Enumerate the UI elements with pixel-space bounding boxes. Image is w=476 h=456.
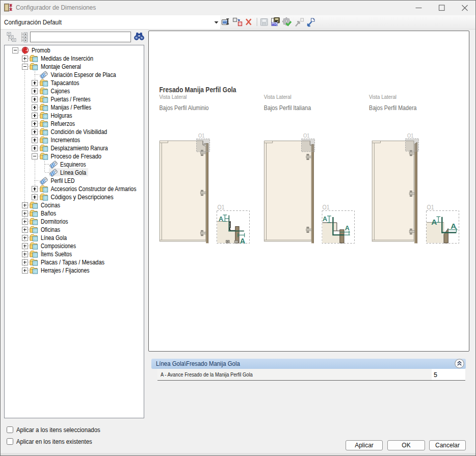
svg-text:Códigos y Descripciones: Códigos y Descripciones xyxy=(51,194,114,201)
svg-text:Tapacantos: Tapacantos xyxy=(51,79,80,87)
svg-text:Perfil LED: Perfil LED xyxy=(51,177,75,184)
svg-text:Fresado Manija Perfil Gola: Fresado Manija Perfil Gola xyxy=(160,85,237,94)
svg-text:Vista Lateral: Vista Lateral xyxy=(264,94,292,100)
svg-text:Línea Gola: Línea Gola xyxy=(41,234,67,242)
svg-text:Desplazamiento Ranura: Desplazamiento Ranura xyxy=(51,145,108,152)
svg-text:Ítems Sueltos: Ítems Sueltos xyxy=(41,250,72,258)
svg-text:A: A xyxy=(431,218,437,226)
svg-text:Esquineros: Esquineros xyxy=(60,161,86,168)
svg-text:O1: O1 xyxy=(427,204,434,211)
svg-text:A: A xyxy=(219,216,223,223)
svg-text:Variación Espesor de Placa: Variación Espesor de Placa xyxy=(51,71,116,78)
svg-text:Montaje General: Montaje General xyxy=(41,63,81,70)
svg-text:A: A xyxy=(240,237,246,245)
svg-text:Línea Gola: Línea Gola xyxy=(60,169,86,176)
svg-text:Promob: Promob xyxy=(32,47,50,54)
svg-text:Manijas / Perfiles: Manijas / Perfiles xyxy=(51,104,92,111)
svg-text:O1: O1 xyxy=(303,132,310,139)
svg-text:Bajos Perfil Aluminio: Bajos Perfil Aluminio xyxy=(160,104,209,112)
svg-text:A: A xyxy=(345,225,350,232)
svg-text:Bajos Perfil Madera: Bajos Perfil Madera xyxy=(369,104,417,112)
svg-text:Cocinas: Cocinas xyxy=(41,202,60,209)
svg-text:Condición de Visibilidad: Condición de Visibilidad xyxy=(51,128,108,136)
svg-text:O1: O1 xyxy=(407,132,414,139)
svg-text:O1: O1 xyxy=(218,204,225,211)
svg-text:Herrajes / Fijaciones: Herrajes / Fijaciones xyxy=(41,267,90,274)
svg-text:Proceso de Fresado: Proceso de Fresado xyxy=(51,153,102,160)
svg-text:Placas / Tapas / Mesadas: Placas / Tapas / Mesadas xyxy=(41,259,104,266)
svg-text:Puertas / Frentes: Puertas / Frentes xyxy=(51,96,91,103)
svg-text:A: A xyxy=(451,222,456,230)
svg-text:Composiciones: Composiciones xyxy=(41,243,76,250)
svg-text:Baños: Baños xyxy=(41,210,56,217)
svg-text:Incrementos: Incrementos xyxy=(51,137,81,144)
svg-text:Oficinas: Oficinas xyxy=(41,226,60,233)
svg-text:Accesorios Constructor de Arma: Accesorios Constructor de Armarios xyxy=(51,185,137,193)
svg-text:Dormitorios: Dormitorios xyxy=(41,218,68,225)
svg-text:Refuerzos: Refuerzos xyxy=(51,120,75,127)
svg-text:Bajos Perfil Italiana: Bajos Perfil Italiana xyxy=(264,104,311,112)
svg-text:A: A xyxy=(323,216,327,223)
svg-text:Holguras: Holguras xyxy=(51,112,72,119)
svg-text:Medidas de Inserción: Medidas de Inserción xyxy=(41,55,93,62)
svg-text:Vista Lateral: Vista Lateral xyxy=(369,94,396,100)
svg-text:O1: O1 xyxy=(323,204,330,211)
svg-text:Cajones: Cajones xyxy=(51,88,70,95)
svg-text:ab: ab xyxy=(272,22,277,26)
svg-text:Vista Lateral: Vista Lateral xyxy=(160,94,187,100)
svg-text:O1: O1 xyxy=(198,132,205,139)
